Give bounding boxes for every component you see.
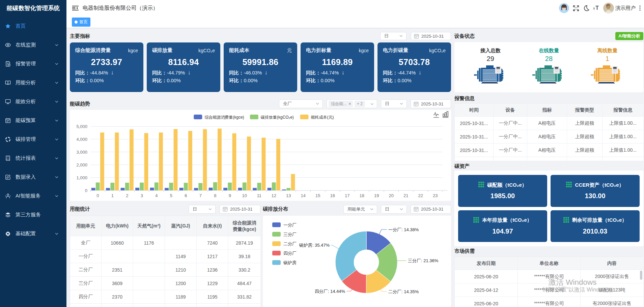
robot-icon — [5, 193, 11, 199]
table-cell: 上限值1.00... — [603, 130, 644, 144]
assistant-avatar[interactable] — [559, 3, 569, 13]
sidebar-item[interactable]: 首页 — [0, 17, 66, 35]
sidebar-item[interactable]: 基础配置 — [0, 224, 66, 243]
svg-text:1,000: 1,000 — [76, 175, 87, 180]
chevron-down-icon — [55, 137, 59, 141]
kpi-name: 能耗成本 — [229, 47, 249, 54]
kpi-name: 电力折标量 — [306, 47, 331, 54]
table-header-cell: 内容 — [581, 257, 644, 270]
distribution-donut-chart: 一分厂三分厂二分厂四分厂锅炉房一分厂: 14.38%三分厂: 21.36%二分厂… — [263, 216, 451, 307]
table-cell: ******有限公司 — [518, 270, 581, 283]
tab-home[interactable]: 首页 — [72, 18, 90, 27]
sidebar-item[interactable]: 统计报表 — [0, 149, 66, 167]
svg-text:5,000: 5,000 — [76, 124, 87, 129]
kpi-yoy-label: 同比： — [75, 70, 90, 75]
sidebar-menu: 首页 在线监测 报警管理 用能分析 — [0, 16, 66, 243]
sidebar-item[interactable]: 报警管理 — [0, 54, 66, 73]
sidebar-item[interactable]: 能效分析 — [0, 92, 66, 111]
ai-analysis-button[interactable]: AI智能分析 — [615, 32, 643, 40]
moon-icon[interactable] — [583, 5, 589, 11]
table-row — [70, 304, 261, 307]
distribution-chart-panel: 一分厂三分厂二分厂四分厂锅炉房一分厂: 14.38%三分厂: 21.36%二分厂… — [263, 216, 451, 307]
chevron-down-icon — [55, 81, 59, 85]
close-icon[interactable] — [347, 101, 352, 106]
usage-table-wrap: 用能单元电力(kWh)天然气(m³)蒸汽(GJ)自来水(t)综合能源消费量(kg… — [70, 216, 260, 307]
svg-text:能耗成本(元): 能耗成本(元) — [311, 115, 334, 120]
kpi-period-select[interactable]: 日 — [380, 32, 407, 40]
carbon-asset-card: 本年排放量（tCO₂e） 104.97 — [458, 210, 547, 242]
table-cell: 484.47 — [228, 277, 261, 290]
table-cell — [455, 157, 494, 161]
table-cell — [165, 304, 197, 307]
table-cell: 2874.19 — [228, 236, 261, 250]
sidebar-item[interactable]: 用能分析 — [0, 73, 66, 92]
table-row: 2025-10-31...一分厂中...A相电压上限超额上限值1.00... — [455, 144, 644, 157]
kpi-yoy: 同比：-46.03% ↓ — [229, 69, 292, 76]
kpi-yoy: 同比：-44.74% ↓ — [306, 69, 369, 76]
market-scrollbar[interactable] — [640, 271, 642, 280]
table-cell: 1210 — [165, 263, 197, 277]
sidebar-item[interactable]: 碳排管理 — [0, 130, 66, 149]
sidebar-item[interactable]: 数据录入 — [0, 167, 66, 186]
table-cell: 有2000张绿证出售 — [581, 297, 644, 307]
table-row: 四分厂237011891195331.82 — [70, 290, 261, 304]
distribution-unit-select[interactable]: 用能单元 — [343, 205, 377, 214]
svg-text:4: 4 — [155, 193, 158, 198]
table-cell — [165, 236, 197, 250]
sidebar-item[interactable]: 第三方服务 — [0, 205, 66, 224]
kpi-date-picker[interactable]: 2025-10-31 — [411, 32, 451, 40]
sidebar-item[interactable]: 在线监测 — [0, 35, 66, 54]
top-header: 电器制造股份有限公司（演示） TT 演示用户 — [66, 0, 644, 16]
usage-date-picker[interactable]: 2025-10-31 — [220, 205, 260, 214]
company-title: 电器制造股份有限公司（演示） — [83, 0, 158, 16]
table-body: 2025-10-31...一分厂中...A相电压上限超额上限值1.00...20… — [455, 117, 644, 161]
svg-text:3,000: 3,000 — [76, 150, 87, 155]
distribution-date-picker[interactable]: 2025-10-31 — [411, 205, 451, 214]
user-avatar[interactable] — [603, 3, 614, 13]
table-cell: 2025-06-20 — [455, 270, 518, 283]
fullscreen-icon[interactable] — [573, 5, 579, 11]
device-stat: 接入总数 29 — [461, 42, 520, 92]
table-cell: 2025-04-12 — [455, 283, 518, 297]
kpi-yoy-value: -44.84% — [90, 70, 108, 75]
user-name[interactable]: 演示用户 — [615, 5, 636, 11]
app-title: 能碳数智化管理系统 — [0, 0, 66, 16]
kpi-card-header: 碳排放量 kgCO₂e — [152, 47, 215, 54]
chevron-down-icon — [208, 207, 212, 211]
sidebar-fold-icon[interactable] — [72, 6, 79, 10]
alarm-table: 时间设备指标报警类型报警信息2025-10-31...一分厂中...A相电压上限… — [454, 103, 643, 161]
svg-text:1: 1 — [111, 193, 114, 198]
usage-period-select[interactable]: 日 — [189, 205, 216, 214]
distribution-period-select[interactable]: 日 — [381, 205, 407, 214]
sidebar-item[interactable]: 能碳预算 — [0, 111, 66, 130]
kpi-value: 8116.94 — [152, 57, 215, 67]
carbon-asset-value: 104.97 — [492, 227, 513, 235]
table-body: 2025-06-20******有限公司2000张绿证出售2025-04-12*… — [455, 270, 644, 307]
table-cell: 1200 — [165, 277, 197, 290]
kpi-yoy: 同比：-44.84% ↓ — [75, 69, 138, 76]
table-cell: 上限值1.00... — [603, 117, 644, 130]
gear-icon — [5, 231, 11, 237]
sidebar-item[interactable]: AI智能服务 — [0, 186, 66, 205]
font-size-icon[interactable]: TT — [593, 5, 599, 11]
trend-chart-panel: 综合能源消费量(kgce)碳排放量(kgCO₂e)能耗成本(元)01,0002,… — [70, 110, 451, 201]
kpi-yoy-value: -44.79% — [167, 70, 185, 75]
trend-date-picker[interactable]: 2025-10-31 — [411, 99, 451, 108]
table-header-cell: 设备 — [494, 104, 527, 117]
table-cell: 1195 — [197, 290, 228, 304]
svg-text:碳排放量(kgCO₂e): 碳排放量(kgCO₂e) — [260, 115, 294, 120]
trend-metric-multiselect[interactable]: 综合能... + 2 — [327, 99, 377, 108]
kpi-value: 1169.89 — [306, 57, 369, 67]
trend-period-select[interactable]: 日 — [381, 99, 407, 108]
calendar-icon — [414, 34, 419, 39]
device-stat: 离线数量 1 — [578, 42, 637, 92]
svg-text:10: 10 — [242, 193, 247, 198]
table-cell — [527, 157, 567, 161]
svg-text:三分厂: 21.36%: 三分厂: 21.36% — [408, 258, 439, 263]
kpi-mom-value: 0.00% — [398, 78, 412, 83]
trend-plant-select[interactable]: 全厂 — [279, 99, 323, 108]
svg-text:0: 0 — [96, 193, 99, 198]
table-header-cell: 电力(kWh) — [102, 216, 133, 236]
more-dots-icon[interactable] — [638, 5, 642, 11]
kpi-cards: 综合能源消费量 kgce 2733.97 同比：-44.84% ↓ 环比：0.0… — [70, 42, 451, 92]
